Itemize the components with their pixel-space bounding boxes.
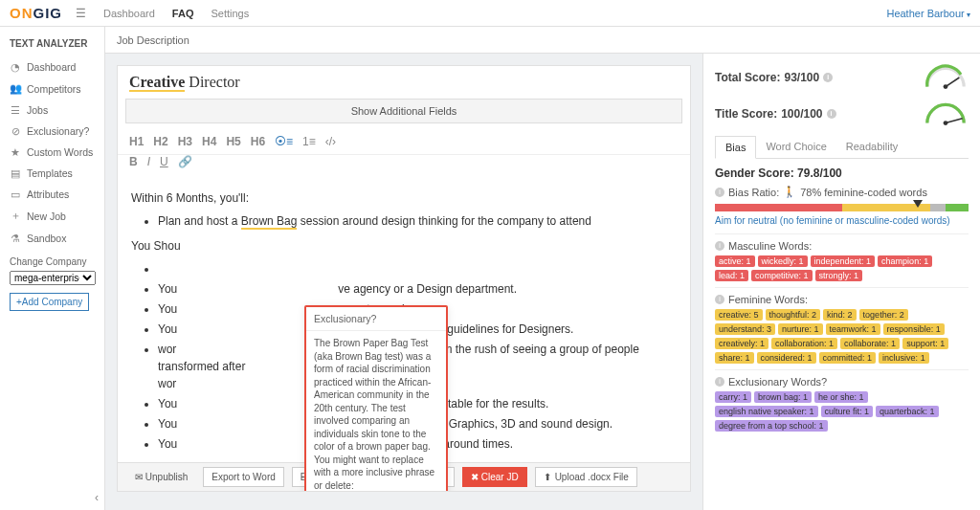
info-icon[interactable]: i [823,73,833,82]
word-chip[interactable]: quarterback: 1 [876,406,939,417]
user-menu[interactable]: Heather Barbour [886,8,970,19]
collapse-sidebar-icon[interactable]: ‹ [95,491,99,504]
word-chip[interactable]: carry: 1 [715,391,751,403]
word-chip[interactable]: collaboration: 1 [771,338,837,349]
tooltip-header: Exclusionary? [306,307,446,331]
breadcrumb: Job Description [105,27,980,54]
italic-button[interactable]: I [147,155,150,168]
numbered-list-icon[interactable]: 1≡ [302,135,316,148]
ban-icon: ⊘ [10,125,21,137]
change-company-label: Change Company [0,249,104,269]
word-chip[interactable]: considered: 1 [757,352,816,364]
bullet-list-icon[interactable]: ⦿≡ [275,135,293,148]
word-chip[interactable]: creatively: 1 [715,338,768,349]
company-select[interactable]: mega-enterprises [10,271,96,285]
unpublish-button[interactable]: ✉ Unpublish [127,468,195,486]
word-chip[interactable]: champion: 1 [878,255,932,267]
sidebar-item-exclusionary[interactable]: ⊘Exclusionary? [0,121,104,142]
word-chip[interactable]: inclusive: 1 [879,352,929,364]
link-button[interactable]: 🔗 [178,155,192,168]
show-additional-fields[interactable]: Show Additional Fields [125,99,682,123]
word-chip[interactable]: collaborate: 1 [840,338,900,349]
word-chip[interactable]: brown bag: 1 [754,391,812,403]
word-chip[interactable]: together: 2 [859,309,908,321]
h1-button[interactable]: H1 [129,135,144,148]
info-icon[interactable]: i [715,377,724,387]
word-chip[interactable]: creative: 5 [715,309,763,321]
word-chip[interactable]: lead: 1 [715,270,748,281]
template-icon: ▤ [10,167,21,179]
title-score-gauge [923,100,969,128]
plus-icon: ＋ [10,210,21,223]
nav-dashboard[interactable]: Dashboard [103,8,155,19]
word-chip[interactable]: understand: 3 [715,323,775,335]
exclusionary-tooltip: Exclusionary? The Brown Paper Bag Test (… [304,305,448,492]
info-icon[interactable]: i [715,188,724,197]
sidebar-title: TEXT ANALYZER [0,34,104,56]
word-chip[interactable]: thoughtful: 2 [766,309,821,321]
list-icon: ☰ [10,104,21,116]
h6-button[interactable]: H6 [251,135,265,148]
bias-bar [715,204,969,211]
total-score-gauge [923,63,969,92]
export-word-button[interactable]: Export to Word [203,467,284,487]
gauge-icon: ◔ [10,61,21,73]
svg-point-3 [944,121,948,125]
sidebar-item-templates[interactable]: ▤Templates [0,163,104,184]
word-chip[interactable]: he or she: 1 [814,391,868,403]
sidebar-item-jobs[interactable]: ☰Jobs [0,100,104,121]
sidebar-item-sandbox[interactable]: ⚗Sandbox [0,228,104,249]
svg-line-2 [946,119,963,123]
tag-icon: ▭ [10,188,21,200]
word-chip[interactable]: english native speaker: 1 [715,406,818,417]
sidebar-item-new-job[interactable]: ＋New Job [0,205,104,228]
word-chip[interactable]: wickedly: 1 [758,255,808,267]
word-chip[interactable]: committed: 1 [819,352,877,364]
people-icon: 👥 [10,82,21,95]
bold-button[interactable]: B [129,155,138,168]
info-icon[interactable]: i [715,241,724,251]
underline-button[interactable]: U [160,155,168,168]
hamburger-icon[interactable]: ☰ [76,7,86,20]
word-chip[interactable]: culture fit: 1 [821,406,874,417]
tab-bias[interactable]: Bias [715,136,756,159]
clear-jd-button[interactable]: ✖ Clear JD [462,467,527,487]
word-chip[interactable]: responsible: 1 [883,323,945,335]
info-icon[interactable]: i [715,295,724,304]
person-icon: 🚶 [783,186,796,198]
h3-button[interactable]: H3 [178,135,192,148]
word-chip[interactable]: support: 1 [902,338,948,349]
nav-settings[interactable]: Settings [211,8,249,19]
h2-button[interactable]: H2 [153,135,167,148]
sidebar-item-custom-words[interactable]: ★Custom Words [0,142,104,163]
logo: ONGIG [10,5,62,21]
word-chip[interactable]: independent: 1 [811,255,876,267]
flask-icon: ⚗ [10,233,21,244]
star-icon: ★ [10,146,21,158]
tab-word-choice[interactable]: Word Choice [756,136,835,158]
svg-point-1 [944,84,948,89]
sidebar-item-dashboard[interactable]: ◔Dashboard [0,56,104,78]
word-chip[interactable]: active: 1 [715,255,755,267]
h5-button[interactable]: H5 [226,135,240,148]
bias-hint: Aim for neutral (no feminine or masculin… [715,215,969,226]
word-chip[interactable]: competitive: 1 [751,270,813,281]
sidebar-item-attributes[interactable]: ▭Attributes [0,184,104,205]
word-chip[interactable]: nurture: 1 [778,323,823,335]
word-chip[interactable]: degree from a top school: 1 [715,420,828,432]
upload-icon: ⬆ [544,472,551,482]
sidebar-item-competitors[interactable]: 👥Competitors [0,78,104,100]
tab-readability[interactable]: Readability [836,136,907,158]
upload-docx-button[interactable]: ⬆Upload .docx File [535,467,637,487]
svg-line-0 [946,78,959,87]
word-chip[interactable]: share: 1 [715,352,754,364]
nav-faq[interactable]: FAQ [172,8,194,19]
h4-button[interactable]: H4 [202,135,216,148]
info-icon[interactable]: i [827,109,836,119]
word-chip[interactable]: teamwork: 1 [826,323,880,335]
word-chip[interactable]: kind: 2 [823,309,857,321]
add-company-button[interactable]: +Add Company [10,293,89,311]
word-chip[interactable]: strongly: 1 [815,270,863,281]
jd-title[interactable]: Creative Director [118,66,690,95]
code-icon[interactable]: ‹/› [325,135,336,148]
